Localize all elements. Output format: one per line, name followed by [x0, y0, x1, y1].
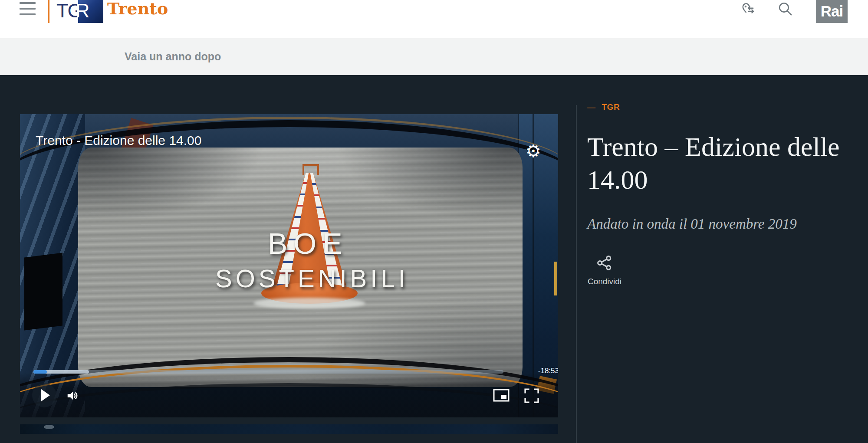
- page-title: Trento – Edizione delle14.00: [587, 130, 865, 196]
- kicker-label: TGR: [602, 102, 620, 112]
- subnav-item-vaia[interactable]: Vaia un anno dopo: [125, 38, 221, 75]
- studio-yellow-accent: [554, 262, 557, 295]
- menu-icon[interactable]: [20, 2, 36, 15]
- share-label: Condividi: [588, 277, 621, 286]
- seek-bar[interactable]: [33, 370, 503, 374]
- page-title-line2: 14.00: [587, 163, 865, 196]
- site-header: TG R Trento Rai: [0, 0, 868, 38]
- video-caption-line2: SOSTENIBILI: [215, 264, 409, 293]
- studio-side-monitor: [24, 253, 62, 331]
- player-overlay-title: Trento - Edizione delle 14.00: [36, 133, 201, 148]
- share-icon: [596, 254, 613, 273]
- region-title[interactable]: Trento: [107, 0, 168, 20]
- seek-bar-progress: [33, 370, 47, 374]
- column-divider: [576, 105, 577, 443]
- aired-date: Andato in onda il 01 novembre 2019: [587, 215, 797, 233]
- video-player[interactable]: BOE SOSTENIBILI Trento - Edizione delle …: [20, 114, 558, 417]
- tgr-logo-r: R: [76, 0, 90, 23]
- share-button[interactable]: Condividi: [587, 254, 622, 286]
- kicker-dash: —: [587, 102, 596, 112]
- search-icon[interactable]: [778, 1, 792, 16]
- picture-in-picture-icon[interactable]: [493, 389, 510, 402]
- subnav-bar: Vaia un anno dopo: [0, 38, 868, 75]
- next-video-highlight: [44, 425, 54, 429]
- tgr-logo[interactable]: TG R: [48, 0, 104, 23]
- tgr-logo-orange-bar: [48, 0, 49, 23]
- rai-logo[interactable]: Rai: [816, 0, 848, 23]
- play-icon: [41, 389, 50, 401]
- kicker-tgr[interactable]: —TGR: [587, 102, 620, 112]
- volume-icon[interactable]: [66, 389, 79, 402]
- time-remaining: -18:53: [519, 367, 558, 375]
- play-button[interactable]: [32, 383, 56, 407]
- page-title-line1: Trento – Edizione delle: [587, 130, 865, 163]
- fullscreen-icon[interactable]: [523, 387, 540, 404]
- sea-foam: [253, 298, 365, 309]
- next-video-card[interactable]: [20, 424, 558, 434]
- page: TG R Trento Rai Vaia un anno dopo: [0, 0, 868, 443]
- region-switch-icon[interactable]: [739, 1, 756, 16]
- settings-gear-icon[interactable]: ⚙: [523, 141, 543, 161]
